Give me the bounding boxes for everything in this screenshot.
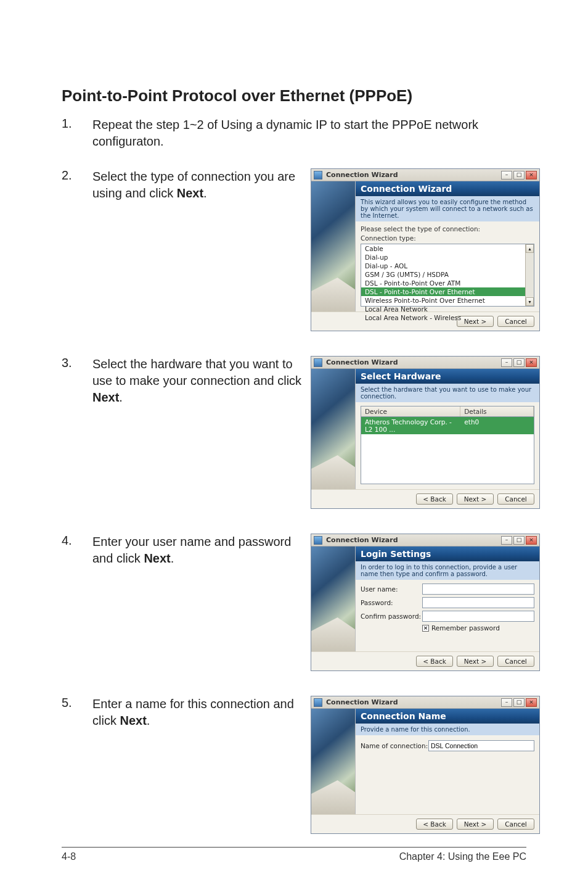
wizard-side-image — [311, 369, 356, 489]
step-text-3-bold: Next — [92, 390, 119, 404]
confirm-password-label: Confirm password: — [361, 613, 422, 620]
maximize-button[interactable]: □ — [513, 698, 525, 707]
titlebar: Connection Wizard – □ × — [311, 169, 539, 181]
list-item[interactable]: Cable — [361, 244, 534, 253]
section-subtext: This wizard allows you to easily configu… — [356, 196, 539, 221]
close-button[interactable]: × — [526, 698, 537, 707]
app-icon — [314, 358, 322, 367]
titlebar: Connection Wizard – □ × — [311, 696, 539, 709]
scroll-up-icon[interactable]: ▴ — [526, 244, 534, 253]
prompt-label: Please select the type of connection: — [361, 225, 534, 233]
maximize-button[interactable]: □ — [513, 171, 525, 179]
step-number-2: 2. — [62, 168, 92, 183]
app-icon — [314, 698, 322, 707]
app-icon — [314, 536, 322, 545]
username-input[interactable] — [422, 584, 534, 595]
step-number-4: 4. — [62, 534, 92, 548]
step-text-2: Select the type of connection you are us… — [92, 168, 302, 202]
step-text-5-bold: Next — [120, 714, 146, 727]
col-device: Device — [361, 406, 460, 416]
section-subtext: Select the hardware that you want to use… — [356, 384, 539, 402]
remember-password-label: Remember password — [431, 624, 500, 632]
window-title: Connection Wizard — [326, 171, 501, 179]
step-text-4b: . — [171, 551, 174, 565]
step-number-5: 5. — [62, 696, 92, 710]
list-item[interactable]: DSL - Point-to-Point Over ATM — [361, 279, 534, 287]
scrollbar[interactable]: ▴ ▾ — [525, 244, 534, 306]
titlebar: Connection Wizard – □ × — [311, 534, 539, 547]
step-text-2-bold: Next — [177, 186, 203, 200]
next-button[interactable]: Next > — [457, 493, 494, 505]
next-button[interactable]: Next > — [457, 656, 494, 667]
close-button[interactable]: × — [526, 358, 537, 367]
section-header: Login Settings — [356, 547, 539, 561]
step-text-4: Enter your user name and password and cl… — [92, 534, 302, 567]
wizard-side-image — [311, 181, 356, 311]
password-input[interactable] — [422, 597, 534, 608]
list-item[interactable]: GSM / 3G (UMTS) / HSDPA — [361, 270, 534, 279]
close-button[interactable]: × — [526, 171, 537, 179]
list-item-selected[interactable]: DSL - Point-to-Point Over Ethernet — [361, 287, 534, 296]
step-number-3: 3. — [62, 356, 92, 370]
back-button[interactable]: < Back — [416, 493, 453, 505]
app-icon — [314, 171, 322, 179]
close-button[interactable]: × — [526, 536, 537, 545]
next-button[interactable]: Next > — [457, 819, 494, 830]
username-label: User name: — [361, 585, 422, 593]
minimize-button[interactable]: – — [501, 358, 512, 367]
step-number-1: 1. — [62, 117, 92, 131]
step-text-4-bold: Next — [144, 551, 170, 565]
list-item[interactable]: Local Area Network — [361, 305, 534, 313]
confirm-password-input[interactable] — [422, 611, 534, 622]
minimize-button[interactable]: – — [501, 171, 512, 179]
section-header: Connection Name — [356, 709, 539, 724]
cell-details: eth0 — [460, 417, 534, 434]
connection-type-listbox[interactable]: Cable Dial-up Dial-up - AOL GSM / 3G (UM… — [361, 244, 534, 307]
step-text-2b: . — [203, 186, 207, 200]
scroll-down-icon[interactable]: ▾ — [526, 297, 534, 306]
cancel-button[interactable]: Cancel — [497, 656, 534, 667]
wizard-side-image — [311, 709, 356, 814]
connection-wizard-dialog-name: Connection Wizard – □ × Connection Name … — [311, 696, 540, 834]
table-row[interactable]: Atheros Technology Corp. - L2 100 ... et… — [361, 417, 534, 434]
remember-password-checkbox[interactable]: × — [422, 625, 429, 632]
cell-device: Atheros Technology Corp. - L2 100 ... — [361, 417, 460, 434]
page-heading: Point-to-Point Protocol over Ethernet (P… — [62, 86, 526, 105]
list-item[interactable]: Dial-up — [361, 253, 534, 262]
section-header: Connection Wizard — [356, 181, 539, 196]
hardware-table[interactable]: Atheros Technology Corp. - L2 100 ... et… — [361, 416, 534, 484]
connection-name-input[interactable] — [428, 740, 534, 751]
type-label: Connection type: — [361, 234, 534, 242]
chapter-title: Chapter 4: Using the Eee PC — [399, 851, 526, 862]
list-item[interactable]: Dial-up - AOL — [361, 262, 534, 270]
cancel-button[interactable]: Cancel — [497, 493, 534, 505]
back-button[interactable]: < Back — [416, 819, 453, 830]
cancel-button[interactable]: Cancel — [497, 819, 534, 830]
window-title: Connection Wizard — [326, 536, 501, 544]
step-text-3b: . — [119, 390, 123, 404]
back-button[interactable]: < Back — [416, 656, 453, 667]
window-title: Connection Wizard — [326, 358, 501, 366]
section-subtext: In order to log in to this connection, p… — [356, 561, 539, 580]
step-text-5b: . — [147, 714, 150, 727]
minimize-button[interactable]: – — [501, 536, 512, 545]
password-label: Password: — [361, 599, 422, 606]
col-details: Details — [460, 406, 534, 416]
connection-wizard-dialog-type: Connection Wizard – □ × Connection Wizar… — [311, 168, 540, 331]
wizard-side-image — [311, 547, 356, 651]
list-item[interactable]: Local Area Network - Wireless — [361, 313, 534, 322]
hardware-table-header: Device Details — [361, 406, 534, 416]
step-text-5: Enter a name for this connection and cli… — [92, 696, 302, 729]
list-item[interactable]: Wireless Point-to-Point Over Ethernet — [361, 296, 534, 305]
maximize-button[interactable]: □ — [513, 536, 525, 545]
maximize-button[interactable]: □ — [513, 358, 525, 367]
titlebar: Connection Wizard – □ × — [311, 357, 539, 369]
connection-wizard-dialog-hardware: Connection Wizard – □ × Select Hardware … — [311, 356, 540, 509]
minimize-button[interactable]: – — [501, 698, 512, 707]
connection-name-label: Name of connection: — [361, 742, 428, 749]
step-text-4a: Enter your user name and password and cl… — [92, 535, 291, 565]
step-text-3: Select the hardware that you want to use… — [92, 356, 302, 406]
section-header: Select Hardware — [356, 369, 539, 384]
page-number: 4-8 — [62, 851, 76, 862]
connection-wizard-dialog-login: Connection Wizard – □ × Login Settings I… — [311, 534, 540, 671]
